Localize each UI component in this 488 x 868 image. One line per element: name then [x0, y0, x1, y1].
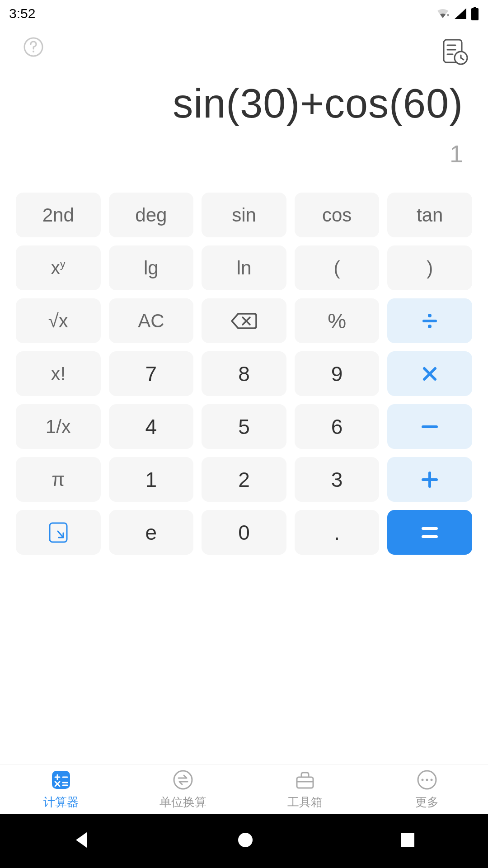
system-back-button[interactable] — [72, 830, 91, 851]
key-6[interactable]: 6 — [295, 404, 380, 449]
key-7[interactable]: 7 — [109, 351, 194, 396]
collapse-icon — [48, 521, 69, 544]
status-time: 3:52 — [9, 6, 35, 21]
svg-rect-15 — [422, 320, 437, 322]
signal-icon — [454, 7, 467, 20]
svg-rect-24 — [422, 535, 438, 538]
key-lparen[interactable]: ( — [295, 245, 380, 290]
plus-icon — [421, 471, 439, 489]
key-dot[interactable]: . — [295, 510, 380, 555]
help-button[interactable] — [23, 36, 44, 58]
key-5[interactable]: 5 — [202, 404, 286, 449]
key-rparen[interactable]: ) — [387, 245, 472, 290]
nav-toolbox-label: 工具箱 — [287, 794, 323, 810]
svg-rect-23 — [422, 527, 438, 530]
nav-unit[interactable]: 单位换算 — [122, 768, 244, 810]
key-equals[interactable] — [387, 510, 472, 555]
history-icon — [439, 36, 470, 67]
status-bar: 3:52 × — [0, 0, 488, 27]
svg-point-40 — [238, 833, 253, 847]
svg-point-37 — [422, 779, 424, 781]
key-tan[interactable]: tan — [387, 193, 472, 237]
key-0[interactable]: 0 — [202, 510, 286, 555]
wifi-off-icon: × — [436, 7, 450, 20]
backspace-icon — [231, 312, 257, 330]
svg-point-14 — [428, 314, 432, 317]
svg-rect-19 — [422, 425, 438, 428]
keypad: 2nd deg sin cos tan xy lg ln ( ) √x AC %… — [0, 193, 488, 555]
key-power[interactable]: xy — [16, 245, 101, 290]
svg-point-38 — [426, 779, 428, 781]
system-nav — [0, 814, 488, 868]
divide-icon — [421, 312, 439, 330]
display: sin(30)+cos(60) 1 — [0, 81, 488, 168]
key-divide[interactable] — [387, 298, 472, 343]
system-home-button[interactable] — [236, 831, 254, 851]
key-multiply[interactable] — [387, 351, 472, 396]
history-button[interactable] — [439, 36, 470, 67]
home-icon — [236, 831, 254, 849]
svg-point-39 — [431, 779, 433, 781]
key-reciprocal[interactable]: 1/x — [16, 404, 101, 449]
header — [0, 27, 488, 81]
svg-point-33 — [174, 771, 192, 789]
nav-calculator-label: 计算器 — [43, 794, 79, 810]
key-1[interactable]: 1 — [109, 457, 194, 502]
nav-calculator[interactable]: 计算器 — [0, 768, 122, 810]
expression-text: sin(30)+cos(60) — [25, 81, 463, 126]
key-2nd[interactable]: 2nd — [16, 193, 101, 237]
key-plus[interactable] — [387, 457, 472, 502]
convert-icon — [171, 768, 195, 792]
back-icon — [72, 830, 91, 849]
recent-icon — [399, 832, 416, 848]
key-backspace[interactable] — [202, 298, 286, 343]
key-deg[interactable]: deg — [109, 193, 194, 237]
key-sqrt[interactable]: √x — [16, 298, 101, 343]
toolbox-icon — [293, 768, 317, 792]
help-icon — [23, 36, 44, 58]
key-e[interactable]: e — [109, 510, 194, 555]
svg-rect-21 — [422, 478, 438, 481]
key-percent[interactable]: % — [295, 298, 380, 343]
key-cos[interactable]: cos — [295, 193, 380, 237]
svg-rect-34 — [297, 777, 313, 788]
key-4[interactable]: 4 — [109, 404, 194, 449]
multiply-icon — [422, 366, 438, 382]
key-8[interactable]: 8 — [202, 351, 286, 396]
power-label: xy — [51, 258, 66, 278]
more-icon — [415, 768, 439, 792]
svg-point-16 — [428, 325, 432, 328]
battery-icon — [471, 7, 479, 20]
key-ac[interactable]: AC — [109, 298, 194, 343]
key-minus[interactable] — [387, 404, 472, 449]
key-factorial[interactable]: x! — [16, 351, 101, 396]
key-lg[interactable]: lg — [109, 245, 194, 290]
minus-icon — [421, 425, 439, 429]
equals-icon — [421, 526, 439, 539]
svg-rect-41 — [401, 833, 414, 847]
nav-more-label: 更多 — [415, 794, 439, 810]
svg-point-4 — [33, 51, 34, 52]
key-pi[interactable]: π — [16, 457, 101, 502]
key-3[interactable]: 3 — [295, 457, 380, 502]
key-ln[interactable]: ln — [202, 245, 286, 290]
nav-more[interactable]: 更多 — [366, 768, 488, 810]
result-text: 1 — [25, 140, 463, 168]
key-sin[interactable]: sin — [202, 193, 286, 237]
key-9[interactable]: 9 — [295, 351, 380, 396]
bottom-nav: 计算器 单位换算 工具箱 更多 — [0, 764, 488, 814]
nav-toolbox[interactable]: 工具箱 — [244, 768, 366, 810]
svg-rect-2 — [471, 8, 479, 20]
calculator-icon — [49, 768, 73, 792]
key-2[interactable]: 2 — [202, 457, 286, 502]
nav-unit-label: 单位换算 — [160, 794, 206, 810]
svg-text:×: × — [446, 12, 450, 19]
system-recent-button[interactable] — [399, 832, 416, 850]
svg-rect-1 — [474, 7, 476, 8]
status-icons: × — [436, 7, 479, 20]
key-collapse[interactable] — [16, 510, 101, 555]
